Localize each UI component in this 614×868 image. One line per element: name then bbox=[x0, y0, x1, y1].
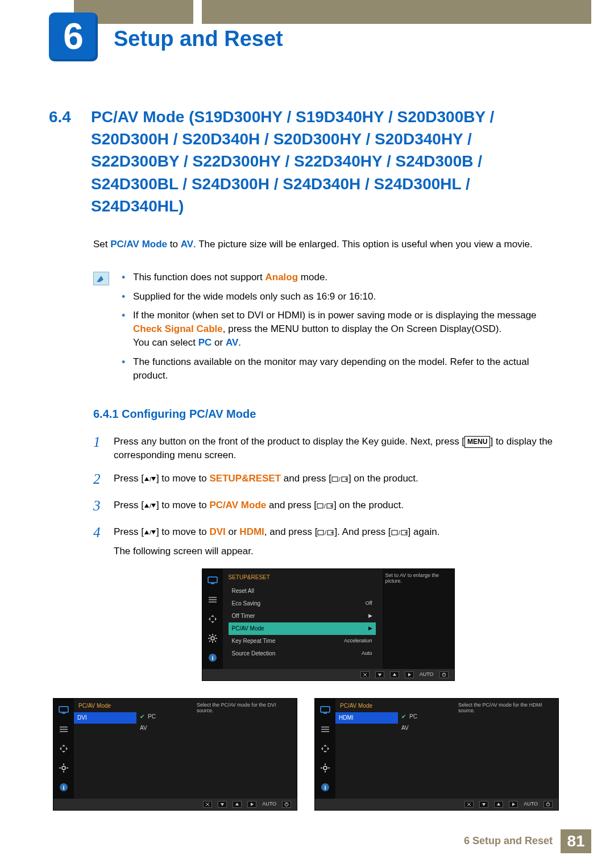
osd-option-av[interactable]: AV bbox=[398, 722, 455, 734]
osd-title: PC/AV Mode bbox=[335, 699, 398, 712]
osd-row-label: Reset All bbox=[232, 587, 254, 595]
svg-marker-58 bbox=[221, 803, 224, 806]
osd-menu-row[interactable]: Off Timer▶ bbox=[229, 610, 376, 622]
osd-row-value: ▶ bbox=[368, 625, 372, 632]
step-number: 3 bbox=[93, 496, 103, 516]
osd-menu-row[interactable]: Key Repeat TimeAcceleration bbox=[229, 635, 376, 647]
osd-setup-reset: i SETUP&RESET Reset AllEco SavingOffOff … bbox=[202, 568, 455, 681]
osd-option-av[interactable]: AV bbox=[136, 722, 193, 734]
svg-rect-18 bbox=[392, 530, 397, 535]
up-icon[interactable] bbox=[494, 801, 503, 808]
page-number: 81 bbox=[561, 829, 591, 853]
info-icon: i bbox=[207, 652, 218, 663]
auto-label[interactable]: AUTO bbox=[524, 800, 538, 808]
enter-key-icon: / bbox=[317, 529, 334, 536]
resize-icon bbox=[58, 743, 69, 754]
svg-marker-77 bbox=[482, 803, 486, 806]
right-icon[interactable] bbox=[405, 671, 414, 678]
osd-menu-row[interactable]: Eco SavingOff bbox=[229, 597, 376, 610]
chapter-number-badge: 6 bbox=[49, 13, 98, 61]
svg-marker-6 bbox=[144, 504, 149, 508]
svg-rect-47 bbox=[60, 729, 68, 730]
osd-row-label: Key Repeat Time bbox=[232, 637, 276, 645]
svg-marker-39 bbox=[378, 674, 381, 676]
svg-rect-45 bbox=[62, 713, 65, 714]
chapter-title: Setup and Reset bbox=[114, 24, 283, 54]
osd-sidebar: i bbox=[315, 699, 335, 799]
power-icon[interactable] bbox=[439, 671, 449, 678]
svg-line-32 bbox=[215, 641, 216, 642]
up-icon[interactable] bbox=[390, 671, 399, 678]
osd-row-value: Auto bbox=[362, 650, 372, 657]
up-down-key-icon: / bbox=[144, 502, 156, 509]
list-icon bbox=[58, 724, 69, 735]
svg-rect-21 bbox=[208, 577, 217, 583]
chapter-number: 6 bbox=[63, 11, 84, 63]
step-row: 1 Press any button on the front of the p… bbox=[93, 432, 563, 462]
osd-row-value: Acceleration bbox=[344, 637, 372, 645]
emph-av: AV bbox=[181, 239, 193, 250]
down-icon[interactable] bbox=[218, 801, 227, 808]
svg-line-31 bbox=[209, 635, 210, 636]
step-number: 2 bbox=[93, 469, 103, 489]
osd-source-selected[interactable]: DVI bbox=[74, 712, 136, 724]
svg-line-34 bbox=[215, 635, 216, 636]
down-icon[interactable] bbox=[479, 801, 488, 808]
svg-rect-64 bbox=[323, 713, 327, 714]
svg-marker-8 bbox=[151, 504, 156, 508]
close-icon[interactable] bbox=[360, 671, 370, 678]
step-row: 4 Press [/] to move to DVI or HDMI, and … bbox=[93, 522, 563, 558]
power-icon[interactable] bbox=[544, 801, 553, 808]
svg-marker-78 bbox=[497, 803, 500, 805]
osd-row-value: ▶ bbox=[368, 612, 372, 620]
header-stripe-gap bbox=[193, 0, 202, 24]
svg-rect-22 bbox=[211, 583, 214, 584]
enter-key-icon: / bbox=[391, 529, 408, 536]
svg-rect-25 bbox=[209, 601, 217, 603]
gear-icon bbox=[320, 762, 331, 774]
osd-menu-row[interactable]: PC/AV Mode▶ bbox=[229, 622, 376, 635]
step-row: 2 Press [/] to move to SETUP&RESET and p… bbox=[93, 469, 563, 489]
svg-rect-46 bbox=[60, 726, 68, 728]
svg-text:/: / bbox=[150, 530, 151, 536]
footer-chapter-label: 6 Setup and Reset bbox=[464, 834, 561, 848]
up-icon[interactable] bbox=[233, 801, 242, 808]
osd-pcav-dvi: i PC/AV Mode DVI PC AV Select the PC/AV … bbox=[53, 698, 297, 811]
down-icon[interactable] bbox=[375, 671, 384, 678]
osd-row-label: Source Detection bbox=[232, 650, 276, 658]
svg-rect-48 bbox=[60, 731, 68, 732]
osd-option-pc[interactable]: PC bbox=[136, 711, 193, 722]
svg-marker-14 bbox=[151, 530, 156, 534]
right-icon[interactable] bbox=[247, 801, 256, 808]
close-icon[interactable] bbox=[203, 801, 212, 808]
svg-marker-12 bbox=[144, 530, 149, 534]
osd-row-value: Off bbox=[366, 600, 372, 607]
monitor-icon bbox=[320, 704, 331, 716]
close-icon[interactable] bbox=[464, 801, 474, 808]
subsection-title: 6.4.1 Configuring PC/AV Mode bbox=[93, 406, 563, 422]
osd-menu-row[interactable]: Reset All bbox=[229, 585, 376, 597]
up-down-key-icon: / bbox=[144, 529, 156, 536]
power-icon[interactable] bbox=[282, 801, 291, 808]
svg-rect-23 bbox=[209, 597, 217, 598]
step-number: 4 bbox=[93, 522, 103, 542]
section-number: 6.4 bbox=[49, 106, 81, 217]
osd-menu-row[interactable]: Source DetectionAuto bbox=[229, 647, 376, 660]
auto-label[interactable]: AUTO bbox=[262, 800, 276, 808]
right-icon[interactable] bbox=[509, 801, 518, 808]
page-footer: 6 Setup and Reset 81 bbox=[464, 829, 591, 853]
osd-help-text: Select the PC/AV mode for the DVI source… bbox=[193, 699, 297, 799]
svg-rect-63 bbox=[321, 707, 330, 712]
svg-rect-24 bbox=[209, 599, 217, 600]
svg-rect-3 bbox=[332, 477, 338, 481]
note-block: This function does not support Analog mo… bbox=[93, 271, 563, 388]
step-row: 3 Press [/] to move to PC/AV Mode and pr… bbox=[93, 496, 563, 516]
svg-text:i: i bbox=[211, 654, 213, 661]
osd-title: PC/AV Mode bbox=[74, 699, 136, 712]
osd-source-selected[interactable]: HDMI bbox=[335, 712, 398, 724]
osd-option-pc[interactable]: PC bbox=[398, 711, 455, 722]
svg-marker-2 bbox=[151, 477, 156, 481]
osd-help-text: Set to AV to enlarge the picture. bbox=[381, 569, 454, 669]
osd-button-bar: AUTO bbox=[53, 799, 297, 810]
auto-label[interactable]: AUTO bbox=[420, 671, 434, 678]
